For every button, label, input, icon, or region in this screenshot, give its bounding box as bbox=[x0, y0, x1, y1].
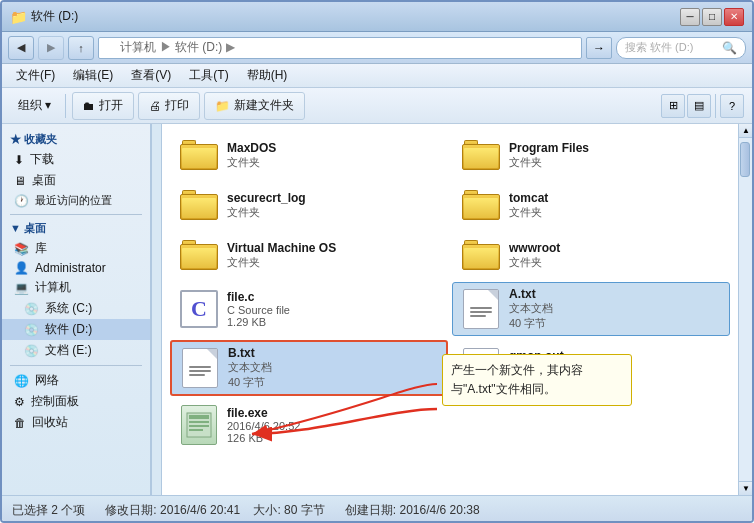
open-button[interactable]: 🖿 打开 bbox=[72, 92, 134, 120]
file-gmon-type: Wireshark capture file bbox=[509, 363, 721, 375]
file-atxt-name: A.txt bbox=[509, 287, 721, 301]
file-btxt-icon bbox=[180, 348, 220, 388]
folder-securecrt-icon bbox=[179, 187, 219, 223]
sidebar-item-desktop[interactable]: 🖥 桌面 bbox=[2, 170, 150, 191]
sidebar-item-library[interactable]: 📚 库 bbox=[2, 238, 150, 259]
sidebar-divider-1 bbox=[10, 214, 142, 215]
main-area: ★ 收藏夹 ⬇ 下载 🖥 桌面 🕐 最近访问的位置 bbox=[2, 124, 752, 495]
file-atxt-info: A.txt 文本文档 40 字节 bbox=[509, 287, 721, 331]
folder-vmos[interactable]: Virtual Machine OS 文件夹 bbox=[170, 232, 448, 278]
help-button[interactable]: ? bbox=[720, 94, 744, 118]
folder-securecrt[interactable]: securecrt_log 文件夹 bbox=[170, 182, 448, 228]
sidebar-item-e-drive[interactable]: 💿 文档 (E:) bbox=[2, 340, 150, 361]
file-btxt[interactable]: B.txt 文本文档 40 字节 bbox=[170, 340, 448, 396]
new-folder-button[interactable]: 📁 新建文件夹 bbox=[204, 92, 305, 120]
address-input[interactable]: 计算机 ▶ 软件 (D:) ▶ bbox=[98, 37, 582, 59]
folder-vmos-type: 文件夹 bbox=[227, 255, 439, 270]
folder-maxdos[interactable]: MaxDOS 文件夹 bbox=[170, 132, 448, 178]
main-scrollbar[interactable]: ▲ ▼ bbox=[738, 124, 752, 495]
view-list-button[interactable]: ▤ bbox=[687, 94, 711, 118]
folder-wwwroot-type: 文件夹 bbox=[509, 255, 721, 270]
download-icon: ⬇ bbox=[14, 153, 24, 167]
organize-button[interactable]: 组织 ▾ bbox=[10, 92, 59, 120]
window-title: 软件 (D:) bbox=[31, 8, 78, 25]
sidebar-item-download[interactable]: ⬇ 下载 bbox=[2, 149, 150, 170]
title-bar-left: 📁 软件 (D:) bbox=[10, 8, 78, 25]
folder-securecrt-name: securecrt_log bbox=[227, 191, 439, 205]
sidebar-item-computer[interactable]: 💻 计算机 bbox=[2, 277, 150, 298]
folder-programfiles[interactable]: Program Files 文件夹 bbox=[452, 132, 730, 178]
favorites-section: ★ 收藏夹 ⬇ 下载 🖥 桌面 🕐 最近访问的位置 bbox=[2, 130, 150, 210]
folder-tomcat-type: 文件夹 bbox=[509, 205, 721, 220]
sidebar-item-c-drive[interactable]: 💿 系统 (C:) bbox=[2, 298, 150, 319]
close-button[interactable]: ✕ bbox=[724, 8, 744, 26]
toolbar-separator bbox=[65, 94, 66, 118]
print-button[interactable]: 🖨 打印 bbox=[138, 92, 200, 120]
file-btxt-type: 文本文档 bbox=[228, 360, 438, 375]
svg-rect-1 bbox=[189, 415, 209, 419]
new-folder-icon: 📁 bbox=[215, 99, 230, 113]
sidebar-item-recent[interactable]: 🕐 最近访问的位置 bbox=[2, 191, 150, 210]
folder-wwwroot[interactable]: wwwroot 文件夹 bbox=[452, 232, 730, 278]
search-icon: 🔍 bbox=[722, 41, 737, 55]
scroll-thumb[interactable] bbox=[740, 142, 750, 177]
folder-vmos-name: Virtual Machine OS bbox=[227, 241, 439, 255]
minimize-button[interactable]: ─ bbox=[680, 8, 700, 26]
menu-view[interactable]: 查看(V) bbox=[123, 65, 179, 86]
folder-securecrt-info: securecrt_log 文件夹 bbox=[227, 191, 439, 220]
sidebar-item-d-drive[interactable]: 💿 软件 (D:) bbox=[2, 319, 150, 340]
menu-bar: 文件(F) 编辑(E) 查看(V) 工具(T) 帮助(H) bbox=[2, 64, 752, 88]
svg-rect-2 bbox=[189, 421, 209, 423]
folder-tomcat[interactable]: tomcat 文件夹 bbox=[452, 182, 730, 228]
folder-vmos-info: Virtual Machine OS 文件夹 bbox=[227, 241, 439, 270]
scroll-track[interactable] bbox=[739, 138, 752, 481]
menu-file[interactable]: 文件(F) bbox=[8, 65, 63, 86]
go-button[interactable]: → bbox=[586, 37, 612, 59]
recent-icon: 🕐 bbox=[14, 194, 29, 208]
computer-icon: 💻 bbox=[14, 281, 29, 295]
desktop-title[interactable]: ▼ 桌面 bbox=[2, 219, 150, 238]
file-c-type: C Source file bbox=[227, 304, 439, 316]
sidebar-item-recycle[interactable]: 🗑 回收站 bbox=[2, 412, 150, 433]
file-c-name: file.c bbox=[227, 290, 439, 304]
file-gmon-size: 3.64 KB bbox=[509, 375, 721, 387]
file-atxt[interactable]: A.txt 文本文档 40 字节 bbox=[452, 282, 730, 336]
file-exe[interactable]: file.exe 2016/4/6 20:52 126 KB bbox=[170, 400, 448, 450]
folder-maxdos-icon bbox=[179, 137, 219, 173]
svg-rect-4 bbox=[189, 429, 203, 431]
search-box[interactable]: 搜索 软件 (D:) 🔍 bbox=[616, 37, 746, 59]
scroll-down-button[interactable]: ▼ bbox=[739, 481, 752, 495]
view-buttons: ⊞ ▤ ? bbox=[661, 94, 744, 118]
sidebar-scrollbar[interactable] bbox=[151, 124, 161, 495]
folder-programfiles-type: 文件夹 bbox=[509, 155, 721, 170]
folder-programfiles-info: Program Files 文件夹 bbox=[509, 141, 721, 170]
sidebar-item-admin[interactable]: 👤 Administrator bbox=[2, 259, 150, 277]
favorites-title[interactable]: ★ 收藏夹 bbox=[2, 130, 150, 149]
menu-tools[interactable]: 工具(T) bbox=[181, 65, 236, 86]
file-atxt-type: 文本文档 bbox=[509, 301, 721, 316]
menu-edit[interactable]: 编辑(E) bbox=[65, 65, 121, 86]
file-btxt-info: B.txt 文本文档 40 字节 bbox=[228, 346, 438, 390]
file-btxt-name: B.txt bbox=[228, 346, 438, 360]
file-c[interactable]: C file.c C Source file 1.29 KB bbox=[170, 282, 448, 336]
address-path: 计算机 ▶ 软件 (D:) ▶ bbox=[105, 39, 235, 56]
scroll-up-button[interactable]: ▲ bbox=[739, 124, 752, 138]
sidebar-item-network[interactable]: 🌐 网络 bbox=[2, 370, 150, 391]
folder-wwwroot-name: wwwroot bbox=[509, 241, 721, 255]
file-exe-size: 126 KB bbox=[227, 432, 439, 444]
maximize-button[interactable]: □ bbox=[702, 8, 722, 26]
file-area-with-scroll: MaxDOS 文件夹 Program Files 文件夹 bbox=[162, 124, 752, 495]
file-gmon[interactable]: 01010 01101 01110 gmon.out Wireshark cap… bbox=[452, 340, 730, 396]
up-button[interactable]: ↑ bbox=[68, 36, 94, 60]
menu-help[interactable]: 帮助(H) bbox=[239, 65, 296, 86]
view-toggle-button[interactable]: ⊞ bbox=[661, 94, 685, 118]
file-gmon-info: gmon.out Wireshark capture file 3.64 KB bbox=[509, 349, 721, 387]
back-button[interactable]: ◀ bbox=[8, 36, 34, 60]
forward-button[interactable]: ▶ bbox=[38, 36, 64, 60]
folder-securecrt-type: 文件夹 bbox=[227, 205, 439, 220]
open-icon: 🖿 bbox=[83, 99, 95, 113]
folder-maxdos-info: MaxDOS 文件夹 bbox=[227, 141, 439, 170]
desktop-section: ▼ 桌面 📚 库 👤 Administrator 💻 计算机 💿 bbox=[2, 219, 150, 361]
folder-tomcat-icon bbox=[461, 187, 501, 223]
sidebar-item-control[interactable]: ⚙ 控制面板 bbox=[2, 391, 150, 412]
